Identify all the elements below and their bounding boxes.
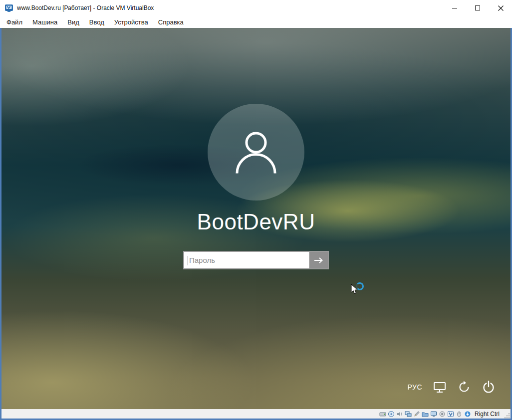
virtualbox-icon [4,3,13,12]
network-status-icon[interactable] [433,381,447,394]
statusbar: Right Ctrl [0,409,512,420]
user-avatar [208,104,304,201]
username: BootDevRU [1,210,511,234]
status-icon-display[interactable] [430,411,437,418]
host-key-indicator: Right Ctrl [475,411,500,418]
vm-screen[interactable]: BootDevRU РУС [1,28,511,409]
mouse-cursor-icon [351,284,358,297]
user-icon [228,124,284,180]
status-icon-usb[interactable] [413,411,420,418]
resize-grip[interactable] [504,413,510,419]
status-icon-recording[interactable] [439,411,446,418]
window-title: www.BootDev.ru [Работает] - Oracle VM Vi… [17,4,154,11]
minimize-icon [452,8,457,8]
maximize-button[interactable] [466,0,489,16]
status-icon-shared-folders[interactable] [422,411,429,418]
status-icon-keyboard-host-key[interactable] [464,411,471,418]
language-indicator[interactable]: РУС [407,383,422,391]
close-button[interactable] [489,0,512,16]
menu-item-machine[interactable]: Машина [27,17,62,27]
menu-item-help[interactable]: Справка [153,17,189,27]
window-controls [443,0,512,16]
vm-display-frame: BootDevRU РУС [0,28,512,409]
ease-of-access-icon[interactable] [457,380,471,394]
text-caret [188,256,188,265]
titlebar[interactable]: www.BootDev.ru [Работает] - Oracle VM Vi… [0,0,512,16]
minimize-button[interactable] [443,0,466,16]
password-submit-button[interactable] [309,252,328,268]
close-icon [498,5,504,11]
status-icon-hard-disks[interactable] [379,411,386,418]
menu-item-devices[interactable]: Устройства [109,17,153,27]
password-form [183,251,329,269]
status-icon-audio[interactable] [396,411,403,418]
power-icon[interactable] [482,380,496,394]
status-icon-mouse-integration[interactable] [456,411,463,418]
login-corner-controls: РУС [407,380,496,394]
menu-item-file[interactable]: Файл [1,17,27,27]
status-icon-network[interactable] [405,411,412,418]
status-icon-features[interactable] [447,411,454,418]
menu-item-view[interactable]: Вид [62,17,84,27]
status-icon-optical-drives[interactable] [388,411,395,418]
submit-arrow-icon [314,257,324,264]
password-input[interactable] [184,252,309,268]
virtualbox-window: www.BootDev.ru [Работает] - Oracle VM Vi… [0,0,512,420]
maximize-icon [475,5,480,10]
menubar: Файл Машина Вид Ввод Устройства Справка [0,16,512,28]
menu-item-input[interactable]: Ввод [84,17,109,27]
